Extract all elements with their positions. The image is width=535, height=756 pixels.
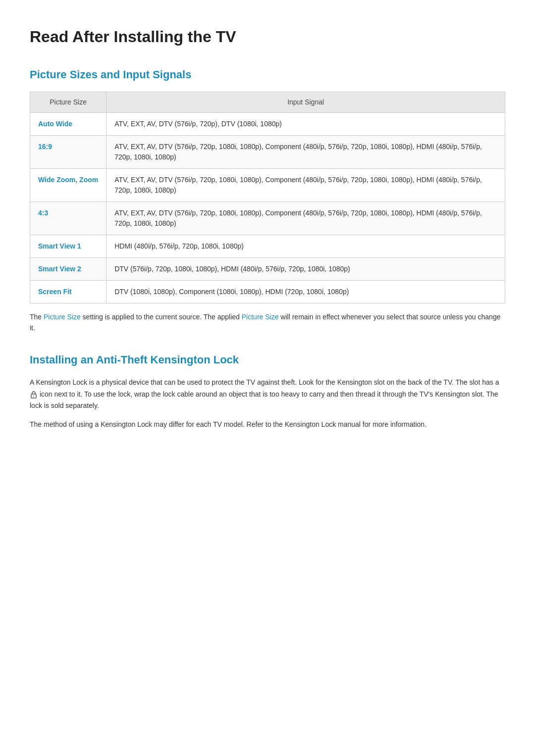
picture-size-cell: Screen Fit — [30, 281, 107, 303]
input-signal-cell: ATV, EXT, AV, DTV (576i/p, 720p, 1080i, … — [107, 169, 505, 202]
picture-size-cell: Auto Wide — [30, 113, 107, 136]
table-row: 16:9ATV, EXT, AV, DTV (576i/p, 720p, 108… — [30, 136, 505, 169]
note-prefix: The — [30, 313, 44, 321]
note-middle: setting is applied to the current source… — [81, 313, 242, 321]
kensington-paragraph1: A Kensington Lock is a physical device t… — [30, 377, 505, 412]
input-signal-cell: ATV, EXT, AV, DTV (576i/p, 720p, 1080i, … — [107, 136, 505, 169]
input-signal-cell: HDMI (480i/p, 576i/p, 720p, 1080i, 1080p… — [107, 235, 505, 258]
picture-size-cell: 4:3 — [30, 202, 107, 235]
table-row: Smart View 1HDMI (480i/p, 576i/p, 720p, … — [30, 235, 505, 258]
table-row: Screen FitDTV (1080i, 1080p), Component … — [30, 281, 505, 303]
picture-size-note: The Picture Size setting is applied to t… — [30, 311, 505, 334]
kensington-section: Installing an Anti-Theft Kensington Lock… — [30, 352, 505, 431]
kensington-heading: Installing an Anti-Theft Kensington Lock — [30, 352, 505, 368]
kensington-p1-suffix: icon next to it. To use the lock, wrap t… — [30, 390, 498, 410]
table-row: Auto WideATV, EXT, AV, DTV (576i/p, 720p… — [30, 113, 505, 136]
table-row: Smart View 2DTV (576i/p, 720p, 1080i, 10… — [30, 258, 505, 281]
table-row: Wide Zoom, ZoomATV, EXT, AV, DTV (576i/p… — [30, 169, 505, 202]
picture-signals-table: Picture Size Input Signal Auto WideATV, … — [30, 92, 505, 303]
picture-size-cell: Smart View 1 — [30, 235, 107, 258]
svg-point-1 — [33, 396, 34, 397]
col-input-signal-header: Input Signal — [107, 92, 505, 113]
picture-size-cell: Wide Zoom, Zoom — [30, 169, 107, 202]
col-picture-size-header: Picture Size — [30, 92, 107, 113]
table-header-row: Picture Size Input Signal — [30, 92, 505, 113]
note-link2: Picture Size — [242, 313, 279, 321]
table-row: 4:3ATV, EXT, AV, DTV (576i/p, 720p, 1080… — [30, 202, 505, 235]
input-signal-cell: ATV, EXT, AV, DTV (576i/p, 720p), DTV (1… — [107, 113, 505, 136]
note-link1: Picture Size — [44, 313, 81, 321]
kensington-p1-prefix: A Kensington Lock is a physical device t… — [30, 378, 499, 386]
lock-icon — [30, 391, 38, 399]
input-signal-cell: DTV (1080i, 1080p), Component (1080i, 10… — [107, 281, 505, 303]
page-main-title: Read After Installing the TV — [30, 25, 505, 49]
picture-signals-heading: Picture Sizes and Input Signals — [30, 66, 505, 83]
picture-size-cell: 16:9 — [30, 136, 107, 169]
input-signal-cell: DTV (576i/p, 720p, 1080i, 1080p), HDMI (… — [107, 258, 505, 281]
picture-signals-section: Picture Sizes and Input Signals Picture … — [30, 66, 505, 334]
picture-size-cell: Smart View 2 — [30, 258, 107, 281]
input-signal-cell: ATV, EXT, AV, DTV (576i/p, 720p, 1080i, … — [107, 202, 505, 235]
kensington-paragraph2: The method of using a Kensington Lock ma… — [30, 419, 505, 431]
